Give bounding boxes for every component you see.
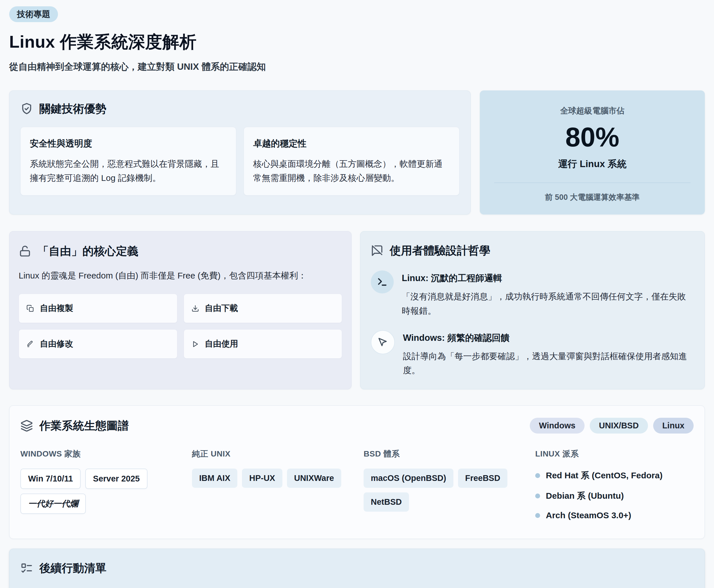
filter-pill-windows[interactable]: Windows xyxy=(530,418,585,434)
list-item: Debian 系 (Ubuntu) xyxy=(535,490,694,502)
mouse-pointer-icon xyxy=(377,337,388,348)
advantages-card: 關鍵技術優勢 安全性與透明度 系統狀態完全公開，惡意程式難以在背景隱藏，且擁有完… xyxy=(9,90,471,214)
freedom-header: 「自由」的核心定義 xyxy=(19,244,342,259)
filter-pill-linux[interactable]: Linux xyxy=(653,418,694,434)
advantage-stability-title: 卓越的穩定性 xyxy=(253,138,450,150)
chip-win-7-10-11: Win 7/10/11 xyxy=(20,468,81,489)
play-icon xyxy=(191,340,199,348)
advantages-grid: 安全性與透明度 系統狀態完全公開，惡意程式難以在背景隱藏，且擁有完整可追溯的 L… xyxy=(20,127,459,195)
download-icon xyxy=(191,304,199,312)
advantage-security-title: 安全性與透明度 xyxy=(30,138,227,150)
advantage-stability-body: 核心與桌面環境分離（五方圖概念），軟體更新通常無需重開機，除非涉及核心層變動。 xyxy=(253,157,450,185)
ecosystem-header: 作業系統生態圖譜 Windows UNIX/BSD Linux xyxy=(20,418,694,434)
list-todo-icon xyxy=(20,562,33,574)
ux-title: 使用者體驗設計哲學 xyxy=(390,243,491,258)
pencil-icon xyxy=(26,340,34,348)
supercomputer-stat-card: 全球超級電腦市佔 80% 運行 Linux 系統 前 500 大電腦運算效率基準 xyxy=(480,90,705,214)
chip-ibm-aix: IBM AIX xyxy=(192,468,237,488)
right-copy: 自由複製 xyxy=(19,294,177,323)
ux-windows-heading: Windows: 頻繁的確認回饋 xyxy=(403,332,694,344)
list-item: Arch (SteamOS 3.0+) xyxy=(535,510,694,520)
chip-unixware: UNIXWare xyxy=(287,468,341,488)
copy-icon xyxy=(26,304,34,312)
stat-caption: 運行 Linux 系統 xyxy=(494,158,690,171)
advantages-title: 關鍵技術優勢 xyxy=(39,101,106,117)
rights-grid: 自由複製 自由下載 自由修改 xyxy=(19,294,342,359)
unix-chips: IBM AIX HP-UX UNIXWare xyxy=(192,468,350,488)
terminal-avatar xyxy=(371,270,394,293)
stat-footnote: 前 500 大電腦運算效率基準 xyxy=(494,192,690,203)
stat-divider xyxy=(494,183,690,183)
row-advantages: 關鍵技術優勢 安全性與透明度 系統狀態完全公開，惡意程式難以在背景隱藏，且擁有完… xyxy=(9,90,705,214)
shield-check-icon xyxy=(20,103,33,115)
unlock-icon xyxy=(19,245,31,257)
chip-server-2025: Server 2025 xyxy=(85,468,148,489)
ecosystem-card: 作業系統生態圖譜 Windows UNIX/BSD Linux WINDOWS … xyxy=(9,405,705,539)
chip-netbsd: NetBSD xyxy=(364,492,409,512)
filter-pill-unix-bsd[interactable]: UNIX/BSD xyxy=(590,418,648,434)
ux-linux-heading: Linux: 沉默的工程師邏輯 xyxy=(402,272,694,284)
right-modify-label: 自由修改 xyxy=(40,338,73,350)
column-windows-family: WINDOWS 家族 Win 7/10/11 Server 2025 一代好一代… xyxy=(20,448,179,520)
distro-redhat: Red Hat 系 (CentOS, Fedora) xyxy=(546,470,663,482)
column-windows-header: WINDOWS 家族 xyxy=(20,448,179,459)
stat-label: 全球超級電腦市佔 xyxy=(494,105,690,116)
chip-freebsd: FreeBSD xyxy=(458,468,508,488)
freedom-card: 「自由」的核心定義 Linux 的靈魂是 Freedom (自由) 而非僅是 F… xyxy=(9,231,351,389)
column-bsd-header: BSD 體系 xyxy=(364,448,522,459)
ux-item-windows: Windows: 頻繁的確認回饋 設計導向為「每一步都要確認」，透過大量彈窗與對… xyxy=(371,330,694,378)
advantages-header: 關鍵技術優勢 xyxy=(20,101,459,117)
row-freedom-ux: 「自由」的核心定義 Linux 的靈魂是 Freedom (自由) 而非僅是 F… xyxy=(9,231,705,389)
distro-arch: Arch (SteamOS 3.0+) xyxy=(546,510,631,520)
actions-title: 後續行動清單 xyxy=(39,561,106,576)
stat-value: 80% xyxy=(494,124,690,151)
right-use-label: 自由使用 xyxy=(205,338,238,350)
ux-item-linux: Linux: 沉默的工程師邏輯 「沒有消息就是好消息」，成功執行時系統通常不回傳… xyxy=(371,270,694,318)
page: 技術專題 Linux 作業系統深度解析 從自由精神到全球運算的核心，建立對類 U… xyxy=(0,0,714,588)
layers-icon xyxy=(20,419,33,432)
chip-hp-ux: HP-UX xyxy=(242,468,282,488)
actions-header: 後續行動清單 xyxy=(20,561,694,576)
ecosystem-grid: WINDOWS 家族 Win 7/10/11 Server 2025 一代好一代… xyxy=(20,448,694,520)
page-subtitle: 從自由精神到全球運算的核心，建立對類 UNIX 體系的正確認知 xyxy=(9,61,705,73)
ecosystem-filter-pills: Windows UNIX/BSD Linux xyxy=(530,418,694,434)
column-linux-distros: LINUX 派系 Red Hat 系 (CentOS, Fedora) Debi… xyxy=(535,448,694,520)
ux-item-windows-text: Windows: 頻繁的確認回饋 設計導向為「每一步都要確認」，透過大量彈窗與對… xyxy=(403,330,694,378)
column-unix-header: 純正 UNIX xyxy=(192,448,350,459)
advantage-stability: 卓越的穩定性 核心與桌面環境分離（五方圖概念），軟體更新通常無需重開機，除非涉及… xyxy=(244,127,459,195)
bullet-dot xyxy=(535,513,540,518)
bullet-dot xyxy=(535,473,540,478)
advantage-security-body: 系統狀態完全公開，惡意程式難以在背景隱藏，且擁有完整可追溯的 Log 記錄機制。 xyxy=(30,157,227,185)
ux-linux-body: 「沒有消息就是好消息」，成功執行時系統通常不回傳任何文字，僅在失敗時報錯。 xyxy=(402,289,694,318)
right-modify: 自由修改 xyxy=(19,329,177,359)
page-title: Linux 作業系統深度解析 xyxy=(9,31,705,54)
freedom-title: 「自由」的核心定義 xyxy=(38,244,138,259)
right-download-label: 自由下載 xyxy=(205,302,238,314)
pointer-avatar xyxy=(371,330,395,354)
ux-windows-body: 設計導向為「每一步都要確認」，透過大量彈窗與對話框確保使用者感知進度。 xyxy=(403,349,694,378)
linux-distro-list: Red Hat 系 (CentOS, Fedora) Debian 系 (Ubu… xyxy=(535,470,694,520)
chip-generation-joke: 一代好一代爛 xyxy=(20,493,86,514)
freedom-body: Linux 的靈魂是 Freedom (自由) 而非僅是 Free (免費)，包… xyxy=(19,270,342,282)
right-copy-label: 自由複製 xyxy=(40,302,73,314)
chip-macos-openbsd: macOS (OpenBSD) xyxy=(364,468,453,488)
message-square-off-icon xyxy=(371,244,383,257)
column-linux-header: LINUX 派系 xyxy=(535,448,694,459)
windows-chips: Win 7/10/11 Server 2025 一代好一代爛 xyxy=(20,468,179,514)
bsd-chips: macOS (OpenBSD) FreeBSD NetBSD xyxy=(364,468,522,512)
advantage-security: 安全性與透明度 系統狀態完全公開，惡意程式難以在背景隱藏，且擁有完整可追溯的 L… xyxy=(20,127,236,195)
column-bsd: BSD 體系 macOS (OpenBSD) FreeBSD NetBSD xyxy=(364,448,522,520)
distro-debian: Debian 系 (Ubuntu) xyxy=(546,490,624,502)
topic-badge: 技術專題 xyxy=(9,6,58,22)
ux-card: 使用者體驗設計哲學 Linux: 沉默的工程師邏輯 「沒有消息就是好消息」，成功… xyxy=(360,231,705,389)
actions-card: 後續行動清單 Log 追蹤教學 @Speaker 1 提供「如何查閱與解讀系統記… xyxy=(9,549,705,588)
right-use: 自由使用 xyxy=(184,329,342,359)
terminal-icon xyxy=(377,276,388,288)
ecosystem-title: 作業系統生態圖譜 xyxy=(39,418,129,434)
bullet-dot xyxy=(535,493,540,499)
column-pure-unix: 純正 UNIX IBM AIX HP-UX UNIXWare xyxy=(192,448,350,520)
ux-item-linux-text: Linux: 沉默的工程師邏輯 「沒有消息就是好消息」，成功執行時系統通常不回傳… xyxy=(402,270,694,318)
ux-header: 使用者體驗設計哲學 xyxy=(371,243,694,258)
right-download: 自由下載 xyxy=(184,294,342,323)
list-item: Red Hat 系 (CentOS, Fedora) xyxy=(535,470,694,482)
